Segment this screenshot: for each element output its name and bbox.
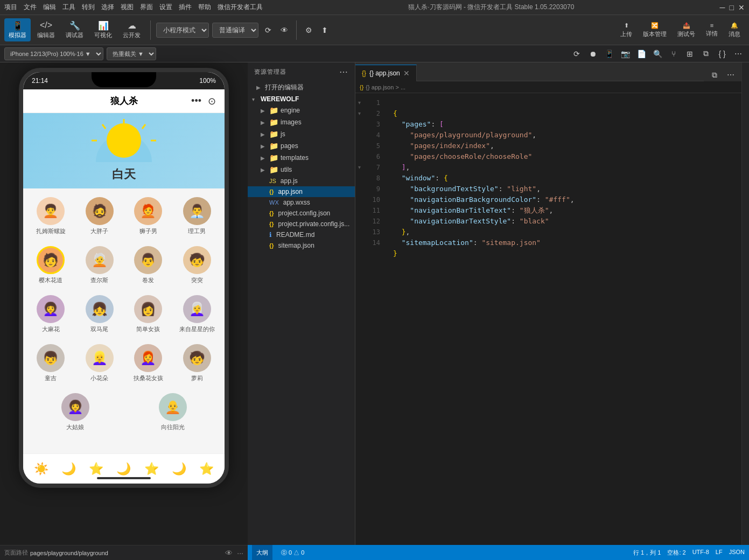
js-folder[interactable]: ▶ 📁 js bbox=[248, 128, 355, 140]
player-card-3[interactable]: 🧑‍🦰 狮子男 bbox=[126, 194, 171, 239]
player-grid[interactable]: 🧑‍🦱 扎姆斯螺旋 🧔 大胖子 🧑‍🦰 狮子男 👨‍💼 理工男 bbox=[23, 188, 225, 453]
player-card-1[interactable]: 🧑‍🦱 扎姆斯螺旋 bbox=[29, 194, 73, 239]
menu-item-project[interactable]: 项目 bbox=[4, 3, 17, 12]
screenshot-button[interactable]: 📷 bbox=[619, 47, 632, 60]
images-folder[interactable]: ▶ 📁 images bbox=[248, 116, 355, 128]
collapse-2[interactable]: ▾ bbox=[355, 108, 363, 119]
outline-label[interactable]: 大纲 bbox=[252, 545, 272, 560]
visualize-button[interactable]: 📊 可视化 bbox=[90, 18, 116, 41]
refresh-sim-button[interactable]: ⟳ bbox=[570, 47, 583, 60]
refresh-button[interactable]: ⟳ bbox=[262, 24, 275, 37]
menu-item-interface[interactable]: 界面 bbox=[140, 3, 153, 12]
code-icon-btn[interactable]: { } bbox=[716, 47, 729, 60]
utils-folder[interactable]: ▶ 📁 utils bbox=[248, 164, 355, 176]
sitemap-item[interactable]: ▶ {} sitemap.json bbox=[248, 240, 355, 251]
more-editor-icon[interactable]: ⋯ bbox=[724, 68, 737, 81]
menu-item-wechat[interactable]: 微信开发者工具 bbox=[218, 3, 263, 12]
miniprogram-mode-select[interactable]: 小程序模式 bbox=[156, 23, 209, 38]
upload-button[interactable]: ⬆ 上传 bbox=[616, 20, 636, 40]
cloud-button[interactable]: ☁ 云开发 bbox=[118, 18, 145, 41]
phone-button[interactable]: 📱 bbox=[603, 47, 615, 60]
preview-button[interactable]: 👁 bbox=[278, 24, 291, 37]
player-card-2[interactable]: 🧔 大胖子 bbox=[78, 194, 122, 239]
pages-folder[interactable]: ▶ 📁 pages bbox=[248, 140, 355, 152]
hotfix-select[interactable]: 热重截关 ▼ bbox=[107, 47, 156, 60]
debugger-button[interactable]: 🔧 调试器 bbox=[61, 18, 88, 41]
app-json-tab[interactable]: {} {} app.json ✕ bbox=[355, 65, 417, 81]
menu-item-goto[interactable]: 转到 bbox=[82, 3, 95, 12]
player-card-13[interactable]: 👦 童吉 bbox=[29, 341, 73, 386]
simulator-button[interactable]: 📱 模拟器 bbox=[4, 18, 31, 41]
test-button[interactable]: 📤 测试号 bbox=[673, 20, 699, 40]
split-editor-icon[interactable]: ⧉ bbox=[708, 68, 721, 81]
camera-circle-icon[interactable]: ⊙ bbox=[208, 95, 216, 107]
readme-item[interactable]: ▶ ℹ README.md bbox=[248, 229, 355, 240]
player-card-15[interactable]: 👩‍🦰 扶桑花女孩 bbox=[126, 341, 171, 386]
app-js-item[interactable]: ▶ JS app.js bbox=[248, 176, 355, 186]
player-card-17[interactable]: 👩‍🦱 大姑娘 bbox=[29, 390, 122, 435]
message-button[interactable]: 🔔 消息 bbox=[724, 20, 745, 40]
version-button[interactable]: 🔀 版本管理 bbox=[639, 20, 671, 40]
collapse-7[interactable]: ▾ bbox=[355, 162, 363, 173]
project-private-item[interactable]: ▶ {} project.private.config.js... bbox=[248, 219, 355, 229]
nav-moon-2-icon[interactable]: 🌙 bbox=[116, 462, 131, 476]
explorer-more-icon[interactable]: ⋯ bbox=[339, 67, 348, 77]
player-card-14[interactable]: 👱‍♀️ 小花朵 bbox=[78, 341, 122, 386]
more-status-icon[interactable]: ··· bbox=[237, 549, 243, 557]
detail-button[interactable]: ≡ 详情 bbox=[702, 20, 722, 40]
editor-button[interactable]: </> 编辑器 bbox=[33, 18, 59, 41]
app-wxss-item[interactable]: ▶ WX app.wxss bbox=[248, 197, 355, 208]
grid-icon-btn[interactable]: ⊞ bbox=[683, 47, 696, 60]
menu-item-select[interactable]: 选择 bbox=[101, 3, 114, 12]
menu-item-edit[interactable]: 编辑 bbox=[43, 3, 56, 12]
app-json-item[interactable]: ▶ {} app.json bbox=[248, 186, 355, 197]
eye-icon[interactable]: 👁 bbox=[225, 549, 233, 557]
project-config-item[interactable]: ▶ {} project.config.json bbox=[248, 208, 355, 219]
upload-icon[interactable]: ⬆ bbox=[318, 24, 331, 37]
open-editors-item[interactable]: ▶ 打开的编辑器 bbox=[248, 81, 355, 94]
code-content[interactable]: { "pages": [ "pages/playground/playgroun… bbox=[384, 93, 741, 545]
nav-star-3-icon[interactable]: ⭐ bbox=[199, 462, 214, 476]
more-icon-btn[interactable]: ⋯ bbox=[732, 47, 745, 60]
compile-icon-2[interactable]: ⚙ bbox=[302, 24, 315, 37]
tab-close-icon[interactable]: ✕ bbox=[403, 69, 410, 78]
close-button[interactable]: ✕ bbox=[738, 3, 745, 12]
player-card-6[interactable]: 🧑‍🦳 查尔斯 bbox=[78, 243, 122, 288]
menu-item-help[interactable]: 帮助 bbox=[198, 3, 211, 12]
minimize-button[interactable]: ─ bbox=[720, 3, 725, 12]
git-icon-btn[interactable]: ⑂ bbox=[667, 47, 680, 60]
nav-moon-3-icon[interactable]: 🌙 bbox=[172, 462, 186, 476]
nav-star-2-icon[interactable]: ⭐ bbox=[144, 462, 159, 476]
player-card-4[interactable]: 👨‍💼 理工男 bbox=[175, 194, 220, 239]
player-card-18[interactable]: 🧑‍🦲 向往阳光 bbox=[126, 390, 219, 435]
maximize-button[interactable]: □ bbox=[730, 3, 734, 12]
menu-item-file[interactable]: 文件 bbox=[24, 3, 37, 12]
player-card-11[interactable]: 👩 简单女孩 bbox=[126, 292, 171, 337]
menu-item-view[interactable]: 视图 bbox=[121, 3, 134, 12]
engine-folder[interactable]: ▶ 📁 engine bbox=[248, 104, 355, 116]
nav-sun-icon[interactable]: ☀️ bbox=[34, 462, 48, 476]
collapse-1[interactable]: ▾ bbox=[355, 97, 363, 108]
search-icon-btn[interactable]: 🔍 bbox=[651, 47, 664, 60]
player-card-10[interactable]: 👧 双马尾 bbox=[78, 292, 122, 337]
player-card-7[interactable]: 👨 卷发 bbox=[126, 243, 171, 288]
player-card-16[interactable]: 🧒 萝莉 bbox=[175, 341, 220, 386]
menu-item-plugins[interactable]: 插件 bbox=[179, 3, 192, 12]
files-button[interactable]: 📄 bbox=[635, 47, 648, 60]
project-root-item[interactable]: ▾ WEREWOLF bbox=[248, 94, 355, 104]
player-card-9[interactable]: 👩‍🦱 大麻花 bbox=[29, 292, 73, 337]
nav-moon-1-icon[interactable]: 🌙 bbox=[61, 462, 76, 476]
split-icon-btn[interactable]: ⧉ bbox=[699, 47, 712, 60]
compile-mode-select[interactable]: 普通编译 bbox=[212, 23, 258, 38]
device-select[interactable]: iPhone 12/13(Pro) 100%·16 ▼ bbox=[4, 47, 103, 60]
player-card-5[interactable]: 🧑 樱木花道 bbox=[29, 243, 73, 288]
player-card-8[interactable]: 🧒 突突 bbox=[175, 243, 220, 288]
menu-item-settings[interactable]: 设置 bbox=[159, 3, 172, 12]
code-area[interactable]: ▾ ▾ ▾ 12345 678910 11121314 { " bbox=[355, 93, 741, 545]
menu-item-tools[interactable]: 工具 bbox=[62, 3, 75, 12]
menu-dots-icon[interactable]: ••• bbox=[191, 95, 201, 107]
record-button[interactable]: ⏺ bbox=[586, 47, 599, 60]
nav-star-1-icon[interactable]: ⭐ bbox=[89, 462, 103, 476]
player-card-12[interactable]: 👩‍🦳 来自星星的你 bbox=[175, 292, 220, 337]
templates-folder[interactable]: ▶ 📁 templates bbox=[248, 152, 355, 164]
